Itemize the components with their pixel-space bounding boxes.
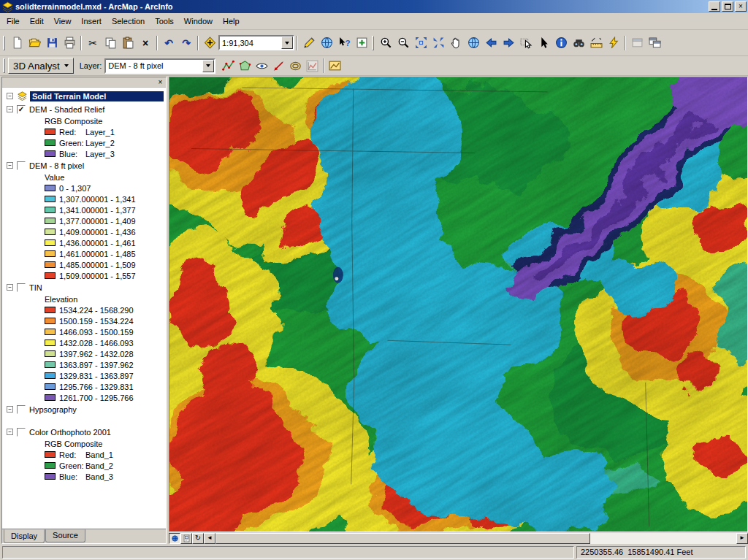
- horizontal-scrollbar-thumb[interactable]: [215, 533, 590, 544]
- data-view-button[interactable]: [169, 533, 180, 544]
- identify-button[interactable]: [552, 34, 570, 52]
- zoom-out-button[interactable]: [394, 34, 412, 52]
- layer-name[interactable]: Hypsography: [29, 405, 77, 414]
- menu-selection[interactable]: Selection: [107, 15, 150, 28]
- zoom-in-button[interactable]: [377, 34, 394, 52]
- legend-swatch[interactable]: [45, 139, 56, 146]
- fixed-zoom-in-button[interactable]: [412, 34, 430, 52]
- legend-swatch[interactable]: [45, 394, 56, 401]
- collapse-icon[interactable]: −: [7, 106, 13, 112]
- fixed-zoom-out-button[interactable]: [430, 34, 447, 52]
- legend-swatch[interactable]: [45, 261, 56, 268]
- interpolate-line-button[interactable]: [220, 58, 237, 74]
- redo-button[interactable]: ↷: [178, 34, 195, 52]
- legend-swatch[interactable]: [45, 318, 56, 324]
- measure-button[interactable]: [587, 34, 605, 52]
- minimize-button[interactable]: [709, 1, 720, 12]
- legend-swatch[interactable]: [45, 451, 56, 458]
- layer-checkbox[interactable]: [17, 161, 26, 170]
- find-button[interactable]: [570, 34, 587, 52]
- contour-button[interactable]: [287, 58, 304, 74]
- collapse-icon[interactable]: −: [7, 284, 13, 291]
- scale-dropdown-button[interactable]: [281, 37, 293, 49]
- toolbar-grip[interactable]: [3, 36, 5, 50]
- undo-button[interactable]: ↶: [160, 34, 178, 52]
- legend-swatch[interactable]: [45, 350, 56, 357]
- menu-insert[interactable]: Insert: [76, 15, 107, 28]
- add-data-button[interactable]: [201, 34, 218, 52]
- horizontal-scrollbar-track[interactable]: [215, 533, 736, 544]
- data-frame-title[interactable]: Solid Terrain Model: [30, 91, 164, 101]
- open-map-button[interactable]: [26, 34, 43, 52]
- cut-button[interactable]: ✂: [84, 34, 102, 52]
- layer-combo-value[interactable]: DEM - 8 ft pixel: [106, 61, 202, 70]
- hyperlink-button[interactable]: [605, 34, 622, 52]
- previous-extent-button[interactable]: [482, 34, 500, 52]
- menu-file[interactable]: File: [1, 15, 25, 28]
- menu-tools[interactable]: Tools: [150, 15, 179, 28]
- menu-view[interactable]: View: [49, 15, 77, 28]
- geography-network-button[interactable]: [318, 34, 335, 52]
- select-elements-button[interactable]: [535, 34, 552, 52]
- legend-swatch[interactable]: [45, 383, 56, 390]
- analyst-menu-button[interactable]: 3D Analyst: [8, 58, 74, 74]
- layer-checkbox[interactable]: [17, 428, 26, 437]
- legend-swatch[interactable]: [45, 340, 56, 346]
- delete-button[interactable]: ×: [137, 34, 154, 52]
- maximize-button[interactable]: [722, 1, 733, 12]
- layer-dropdown-button[interactable]: [202, 60, 214, 72]
- legend-swatch[interactable]: [45, 372, 56, 379]
- legend-swatch[interactable]: [45, 207, 56, 213]
- steepest-path-button[interactable]: [270, 58, 287, 74]
- layer-name[interactable]: DEM - 8 ft pixel: [29, 161, 84, 170]
- legend-swatch[interactable]: [45, 250, 56, 257]
- legend-swatch[interactable]: [45, 361, 56, 368]
- editor-toolbar-button[interactable]: [300, 34, 318, 52]
- scroll-left-button[interactable]: ◄: [204, 533, 215, 544]
- menu-window[interactable]: Window: [179, 15, 218, 28]
- line-of-sight-button[interactable]: [253, 58, 270, 74]
- whats-this-button[interactable]: [335, 34, 353, 52]
- save-button[interactable]: [43, 34, 61, 52]
- legend-swatch[interactable]: [45, 239, 56, 246]
- legend-swatch[interactable]: [45, 185, 56, 191]
- legend-swatch[interactable]: [45, 462, 56, 469]
- profile-graph-button[interactable]: [304, 58, 321, 74]
- legend-swatch[interactable]: [45, 473, 56, 480]
- legend-swatch[interactable]: [45, 196, 56, 202]
- layer-name[interactable]: TIN: [29, 283, 42, 292]
- new-map-button[interactable]: [8, 34, 26, 52]
- print-button[interactable]: [61, 34, 78, 52]
- layer-checkbox[interactable]: ✓: [17, 105, 26, 114]
- toolbar-grip[interactable]: [3, 58, 5, 73]
- refresh-view-button[interactable]: ↻: [192, 533, 204, 544]
- map-canvas[interactable]: [169, 77, 747, 532]
- legend-swatch[interactable]: [45, 229, 56, 235]
- pan-button[interactable]: [447, 34, 465, 52]
- legend-swatch[interactable]: [45, 307, 56, 313]
- layer-name[interactable]: Color Orthophoto 2001: [29, 428, 111, 437]
- tab-display[interactable]: Display: [4, 529, 45, 543]
- layer-checkbox[interactable]: [17, 283, 26, 292]
- collapse-icon[interactable]: −: [7, 429, 13, 435]
- collapse-icon[interactable]: −: [7, 93, 13, 99]
- interpolate-polygon-button[interactable]: [237, 58, 253, 74]
- overview-window-button[interactable]: [646, 34, 663, 52]
- scroll-right-button[interactable]: ►: [736, 533, 748, 544]
- menu-edit[interactable]: Edit: [25, 15, 49, 28]
- copy-button[interactable]: [102, 34, 119, 52]
- legend-swatch[interactable]: [45, 218, 56, 224]
- title-bar[interactable]: solidterrainmodel.mxd - ArcMap - ArcInfo…: [0, 0, 748, 13]
- menu-help[interactable]: Help: [218, 15, 245, 28]
- layer-name[interactable]: DEM - Shaded Relief: [29, 105, 104, 114]
- collapse-icon[interactable]: −: [7, 406, 13, 413]
- arctoolbox-button[interactable]: [353, 34, 370, 52]
- legend-swatch[interactable]: [45, 329, 56, 335]
- tab-source[interactable]: Source: [45, 529, 85, 542]
- toolbar-grip[interactable]: [372, 36, 374, 50]
- legend-swatch[interactable]: [45, 272, 56, 279]
- layout-view-button[interactable]: [180, 533, 192, 544]
- legend-swatch[interactable]: [45, 129, 56, 135]
- full-extent-button[interactable]: [465, 34, 482, 52]
- collapse-icon[interactable]: −: [7, 162, 13, 169]
